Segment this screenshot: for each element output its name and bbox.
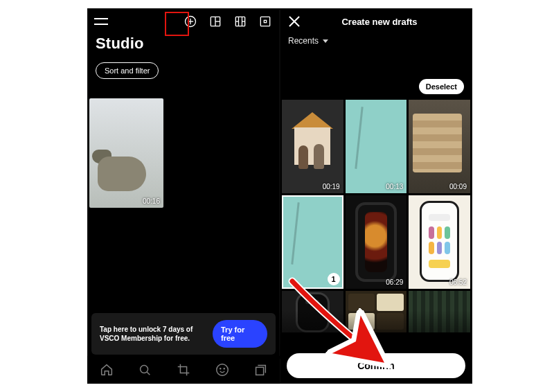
page-title-row: Studio <box>87 32 280 58</box>
nav-studio[interactable] <box>176 362 191 377</box>
phone-create-drafts: Create new drafts Recents Deselect 00:19… <box>280 8 472 384</box>
collage-icon <box>208 15 222 28</box>
tile-duration: 06:52 <box>449 278 467 286</box>
membership-promo[interactable]: Tap here to unlock 7 days of VSCO Member… <box>91 313 276 355</box>
deselect-button[interactable]: Deselect <box>419 79 464 94</box>
top-bar <box>87 8 280 32</box>
media-tile-selected[interactable]: 1 <box>282 195 343 289</box>
collage-button[interactable] <box>208 14 223 29</box>
try-for-free-button[interactable]: Try for free <box>213 320 267 348</box>
nav-feed[interactable] <box>215 362 230 377</box>
svg-point-15 <box>216 364 228 376</box>
top-icon-row <box>183 14 273 29</box>
tile-duration: 00:09 <box>449 183 467 190</box>
media-tile[interactable]: 00:09 <box>409 100 470 193</box>
phone-pair: Studio Sort and filter 00:16 Tap here to… <box>87 8 472 384</box>
album-label: Recents <box>288 36 319 46</box>
thumb-art <box>98 157 146 191</box>
media-grid: 00:19 00:13 00:09 1 06:29 <box>282 100 470 384</box>
svg-rect-12 <box>264 20 266 22</box>
stack-icon <box>253 362 268 377</box>
media-tile[interactable]: 06:29 <box>346 195 407 289</box>
modal-header: Create new drafts <box>280 8 472 32</box>
svg-rect-11 <box>260 17 269 26</box>
menu-icon[interactable] <box>94 17 108 26</box>
montage-button[interactable] <box>233 14 248 29</box>
thumb-duration: 00:16 <box>143 197 160 205</box>
tutorial-stage: Studio Sort and filter 00:16 Tap here to… <box>0 0 554 392</box>
nav-search[interactable] <box>137 362 152 377</box>
phone-studio: Studio Sort and filter 00:16 Tap here to… <box>87 8 280 384</box>
media-tile[interactable] <box>409 291 470 332</box>
confirm-button[interactable]: Confirm <box>287 353 465 378</box>
svg-point-13 <box>141 366 148 373</box>
svg-rect-18 <box>256 367 264 375</box>
home-icon <box>99 362 114 377</box>
tile-duration: 06:29 <box>386 278 403 286</box>
nav-profile[interactable] <box>253 362 268 377</box>
smiley-icon <box>215 362 230 377</box>
chevron-down-icon <box>323 39 328 43</box>
modal-title: Create new drafts <box>307 17 464 27</box>
svg-point-16 <box>220 368 220 369</box>
search-icon <box>137 362 152 377</box>
add-button[interactable] <box>183 14 198 29</box>
plus-circle-icon <box>184 15 197 28</box>
media-tile[interactable] <box>282 291 343 332</box>
bottom-nav <box>87 356 280 384</box>
page-title: Studio <box>96 35 271 53</box>
media-tile[interactable]: 06:52 <box>409 195 470 289</box>
capture-button[interactable] <box>258 14 273 29</box>
nav-home[interactable] <box>99 362 114 377</box>
filmstrip-icon <box>233 15 247 28</box>
promo-text: Tap here to unlock 7 days of VSCO Member… <box>100 325 207 343</box>
media-tile[interactable]: 00:13 <box>346 100 407 193</box>
crop-icon <box>176 362 191 377</box>
media-tile[interactable]: 00:19 <box>282 100 343 193</box>
selection-badge: 1 <box>328 273 340 285</box>
studio-draft-thumb[interactable]: 00:16 <box>89 98 163 208</box>
tile-duration: 00:19 <box>323 183 340 190</box>
sort-filter-button[interactable]: Sort and filter <box>96 62 159 79</box>
svg-point-17 <box>224 368 224 369</box>
album-picker[interactable]: Recents <box>280 32 472 48</box>
viewfinder-icon <box>258 15 272 28</box>
tile-duration: 00:13 <box>386 183 403 190</box>
media-tile[interactable] <box>346 291 407 332</box>
svg-line-14 <box>148 372 150 375</box>
close-button[interactable] <box>288 15 301 28</box>
